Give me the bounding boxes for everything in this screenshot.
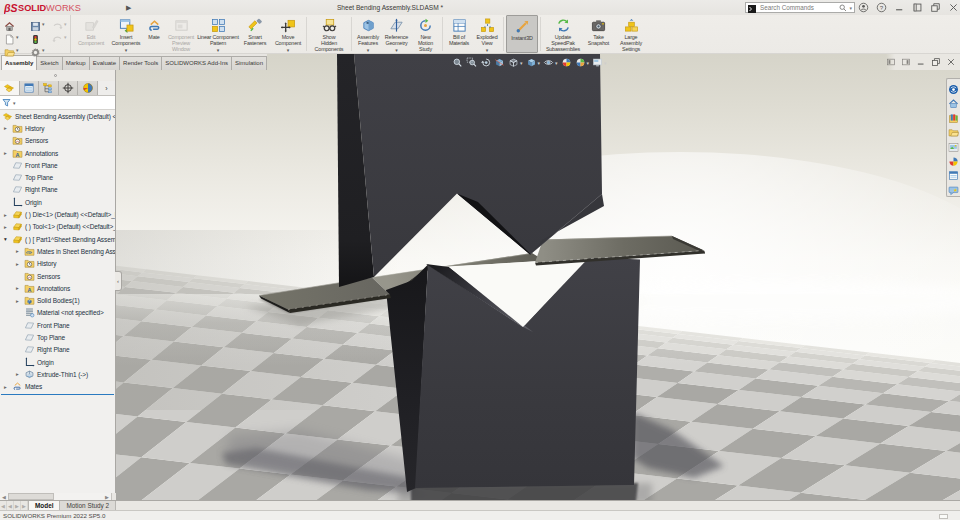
tree-item-die-1-default-default-d[interactable]: ▸( ) Die<1> (Default) <<Default>_D	[0, 208, 115, 220]
new-motion-study-button[interactable]: NewMotionStudy	[411, 15, 440, 53]
doctab-nav-3[interactable]: ▶	[21, 501, 28, 510]
tree-item-material-not-specified[interactable]: Material <not specified>	[0, 307, 115, 319]
edit-component-button[interactable]: EditComponent	[74, 15, 108, 53]
smart-fasteners-button[interactable]: SmartFasteners	[238, 15, 272, 53]
bill-of-materials-button[interactable]: Bill ofMaterials	[445, 15, 473, 53]
update-speedpak-button[interactable]: UpdateSpeedPakSubassemblies	[543, 15, 583, 53]
tree-item-origin[interactable]: Origin	[0, 196, 115, 208]
display-style-button[interactable]: ▾	[526, 57, 541, 68]
undo-caret-icon[interactable]: ▾	[64, 21, 67, 27]
expand-arrow-icon[interactable]: ▸	[14, 261, 21, 267]
doc-minimize-button[interactable]	[916, 57, 926, 68]
display-style-caret-icon[interactable]: ▾	[538, 60, 541, 66]
doctab-model[interactable]: Model	[28, 501, 60, 510]
zoom-to-fit-button[interactable]	[452, 57, 463, 68]
filter-caret-icon[interactable]: ▾	[13, 100, 16, 106]
tree-item-top-plane[interactable]: Top Plane	[0, 331, 115, 343]
take-snapshot-button[interactable]: TakeSnapshot	[583, 15, 614, 53]
doctab-nav-2[interactable]: ▶	[14, 501, 21, 510]
panel-collapse-handle[interactable]: ‹	[115, 271, 122, 291]
previous-view-button[interactable]	[480, 57, 491, 68]
taskpane-sw-forum-tab[interactable]	[948, 182, 959, 193]
expand-arrow-icon[interactable]: ▸	[14, 248, 21, 254]
move-component-button[interactable]: MoveComponent▾	[272, 15, 304, 53]
tree-item-part1-sheet-bending-assembl[interactable]: ▾( ) [ Part1^Sheet Bending Assembl	[0, 233, 115, 245]
hide-show-items-button[interactable]: ▾	[543, 57, 558, 68]
tab-render-tools[interactable]: Render Tools	[119, 56, 162, 71]
expand-arrow-icon[interactable]: ▸	[2, 125, 9, 131]
tree-item-mates-in-sheet-bending-asse[interactable]: ▸Mates in Sheet Bending Asse	[0, 245, 115, 257]
assembly-features-button[interactable]: AssemblyFeatures▾	[354, 15, 382, 53]
move-component-caret-icon[interactable]: ▾	[287, 47, 290, 53]
panel-tab-dimxpertmanager[interactable]	[59, 81, 79, 95]
scrollbar-thumb[interactable]	[8, 493, 54, 500]
help-button[interactable]: ?	[875, 2, 887, 14]
large-assembly-button[interactable]: LargeAssemblySettings	[614, 15, 648, 53]
tab-markup[interactable]: Markup	[62, 56, 90, 71]
save-caret-icon[interactable]: ▾	[42, 21, 45, 27]
graphics-viewport[interactable]	[116, 54, 960, 500]
exploded-view-caret-icon[interactable]: ▾	[486, 47, 489, 53]
view-orientation-caret-icon[interactable]: ▾	[520, 60, 523, 66]
apply-scene-button[interactable]: ▾	[575, 57, 590, 68]
expand-arrow-icon[interactable]: ▸	[2, 384, 9, 390]
reference-geometry-button[interactable]: ReferenceGeometry▾	[382, 15, 411, 53]
tree-item-annotations[interactable]: ▸AAnnotations	[0, 282, 115, 294]
search-caret-icon[interactable]: ▾	[849, 5, 852, 11]
taskpane-design-library-tab[interactable]	[948, 110, 959, 121]
tree-item-right-plane[interactable]: Right Plane	[0, 344, 115, 356]
tree-item-front-plane[interactable]: Front Plane	[0, 319, 115, 331]
expand-arrow-icon[interactable]: ▸	[14, 371, 21, 377]
tree-item-sheet-bending-assembly-default-d[interactable]: Sheet Bending Assembly (Default) <D	[0, 110, 115, 122]
hide-show-items-caret-icon[interactable]: ▾	[555, 60, 558, 66]
linear-pattern-button[interactable]: Linear ComponentPattern▾	[198, 15, 238, 53]
tree-item-right-plane[interactable]: Right Plane	[0, 184, 115, 196]
taskpane-threedexperience-tab[interactable]	[948, 81, 959, 92]
zoom-to-area-button[interactable]	[466, 57, 477, 68]
doc-pane-left-button[interactable]	[886, 57, 896, 68]
scroll-right-arrow[interactable]: ▶	[103, 493, 111, 500]
tree-item-annotations[interactable]: ▸AAnnotations	[0, 147, 115, 159]
mate-button[interactable]: Mate	[144, 15, 164, 53]
maximize-button[interactable]	[911, 2, 923, 14]
tree-item-top-plane[interactable]: Top Plane	[0, 171, 115, 183]
minimize-button[interactable]	[893, 2, 905, 14]
restore-button[interactable]	[929, 2, 941, 14]
panel-tabs-expand-arrow[interactable]: ›	[98, 81, 115, 95]
panel-tab-configurationmanager[interactable]	[39, 81, 59, 95]
tree-item-sensors[interactable]: Sensors	[0, 135, 115, 147]
view-settings-button[interactable]: ▾	[592, 57, 607, 68]
redo-button[interactable]	[52, 31, 63, 49]
scroll-left-arrow[interactable]: ◀	[0, 493, 8, 500]
open-button[interactable]	[4, 44, 15, 62]
taskpane-custom-properties-tab[interactable]	[948, 167, 959, 178]
tree-filter-input[interactable]: ▾	[0, 96, 115, 110]
linear-pattern-caret-icon[interactable]: ▾	[217, 47, 220, 53]
taskpane-appearances-tab[interactable]	[948, 153, 959, 164]
open-caret-icon[interactable]: ▾	[16, 47, 19, 53]
section-view-button[interactable]	[494, 57, 505, 68]
command-search-input[interactable]: Search Commands ▾	[745, 2, 855, 13]
expand-arrow-icon[interactable]: ▸	[2, 150, 9, 156]
search-icon[interactable]	[839, 4, 847, 12]
tree-item-mates[interactable]: ▸Mates	[0, 381, 115, 393]
tree-item-sensors[interactable]: Sensors	[0, 270, 115, 282]
component-preview-button[interactable]: ComponentPreviewWindow	[164, 15, 198, 53]
tab-evaluate[interactable]: Evaluate	[89, 56, 120, 71]
apply-scene-caret-icon[interactable]: ▾	[587, 60, 590, 66]
show-hidden-button[interactable]: ShowHiddenComponents	[309, 15, 349, 53]
view-settings-caret-icon[interactable]: ▾	[604, 60, 607, 66]
new-doc-caret-icon[interactable]: ▾	[16, 34, 19, 40]
exploded-view-button[interactable]: ExplodedView▾	[473, 15, 501, 53]
tree-item-tool-1-default-default[interactable]: ▸( ) Tool<1> (Default) <<Default>_	[0, 221, 115, 233]
expand-arrow-icon[interactable]: ▾	[2, 236, 9, 242]
redo-caret-icon[interactable]: ▾	[64, 34, 67, 40]
options-button[interactable]	[30, 44, 41, 62]
panel-grip[interactable]	[0, 70, 115, 81]
panel-tab-displaymanager[interactable]	[78, 81, 98, 95]
expand-arrow-icon[interactable]: ▸	[14, 298, 21, 304]
edit-appearance-button[interactable]	[561, 57, 572, 68]
insert-components-caret-icon[interactable]: ▾	[125, 47, 128, 53]
expand-arrow-icon[interactable]: ▸	[14, 285, 21, 291]
tree-item-extrude-thin1[interactable]: ▸Extrude-Thin1 (->)	[0, 368, 115, 380]
